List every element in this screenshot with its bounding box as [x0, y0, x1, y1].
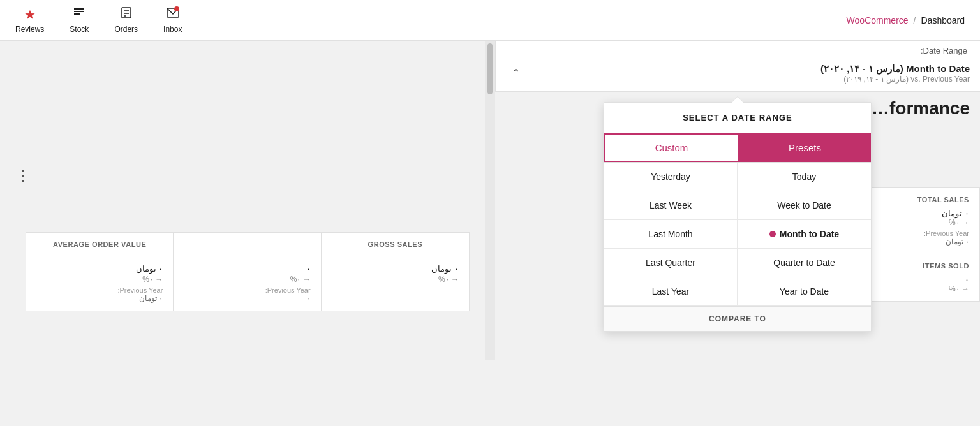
active-dot: [769, 231, 776, 237]
stats-header-avg: AVERAGE ORDER VALUE: [26, 233, 174, 256]
items-sold-label: ITEMS SOLD: [882, 262, 969, 270]
svg-rect-2: [74, 13, 80, 15]
top-nav: ★ Reviews Stock Order: [0, 0, 980, 41]
scrollbar[interactable]: [485, 41, 495, 360]
date-range-panel: Date Range: ⌃ Month to Date (مارس ۱ - ۱۴…: [495, 41, 980, 92]
nav-item-inbox[interactable]: Inbox: [163, 6, 182, 34]
preset-yesterday[interactable]: Yesterday: [604, 163, 738, 191]
stats-cell-gross: ۰ تومان → %۰: [322, 256, 469, 311]
scrollbar-thumb: [487, 43, 493, 94]
preset-last-month[interactable]: Last Month: [604, 220, 738, 249]
main-area: ⋮ AVERAGE ORDER VALUE GROSS SALES ۰ توما…: [0, 41, 980, 426]
stats-avg-prev-value: ۰ تومان: [36, 294, 163, 303]
total-sales-prev-label: Previous Year:: [882, 230, 969, 237]
stats-cell-avg: ۰ تومان → %۰ Previous Year: ۰ تومان: [26, 256, 174, 311]
preset-month-to-date[interactable]: Month to Date: [738, 220, 871, 249]
nav-label-stock: Stock: [70, 25, 89, 34]
compare-to-header: COMPARE TO: [604, 306, 871, 331]
preset-today[interactable]: Today: [738, 163, 871, 191]
breadcrumb: WooCommerce / Dashboard: [847, 15, 965, 26]
stats-table: AVERAGE ORDER VALUE GROSS SALES ۰ تومان …: [26, 232, 470, 311]
stats-mid-prev-label: Previous Year:: [184, 286, 310, 294]
presets-toggle-button[interactable]: Presets: [739, 133, 871, 162]
preset-year-to-date[interactable]: Year to Date: [738, 277, 871, 306]
date-range-dropdown: SELECT A DATE RANGE Custom Presets Yeste…: [604, 102, 872, 332]
svg-rect-1: [74, 11, 84, 12]
nav-items: ★ Reviews Stock Order: [15, 6, 182, 34]
stats-avg-percent: → %۰: [36, 275, 163, 284]
right-stats-total-sales: TOTAL SALES ۰ تومان → %۰ Previous Year: …: [872, 188, 979, 254]
stats-header-empty: [174, 233, 321, 256]
nav-label-reviews: Reviews: [15, 25, 44, 34]
nav-label-orders: Orders: [114, 25, 138, 34]
preset-week-to-date[interactable]: Week to Date: [738, 191, 871, 220]
stock-icon: [73, 6, 85, 22]
toggle-row: Custom Presets: [604, 133, 871, 163]
date-range-label: Date Range:: [496, 41, 980, 58]
right-stats-items-sold: ITEMS SOLD ۰ → %۰: [872, 254, 979, 302]
svg-rect-0: [74, 8, 84, 10]
stats-gross-value: ۰ تومان: [332, 264, 459, 274]
breadcrumb-link[interactable]: WooCommerce: [847, 15, 909, 26]
stats-data-row: ۰ تومان → %۰ Previous Year: ۰ تومان ۰ → …: [26, 256, 469, 311]
more-options-button[interactable]: ⋮: [15, 168, 31, 184]
items-sold-value: ۰: [882, 275, 969, 284]
date-range-sub: vs. Previous Year (مارس ۱ - ۱۴, ۲۰۱۹): [526, 75, 970, 84]
nav-item-orders[interactable]: Orders: [114, 6, 138, 34]
chevron-up-button[interactable]: ⌃: [506, 64, 526, 83]
preset-last-quarter[interactable]: Last Quarter: [604, 249, 738, 277]
nav-item-stock[interactable]: Stock: [70, 6, 89, 34]
svg-point-8: [174, 6, 179, 11]
date-range-main: Month to Date (مارس ۱ - ۱۴, ۲۰۲۰): [526, 63, 970, 75]
stats-gross-percent: → %۰: [332, 275, 459, 284]
total-sales-label: TOTAL SALES: [882, 196, 969, 203]
nav-item-reviews[interactable]: ★ Reviews: [15, 7, 44, 34]
date-range-text: Month to Date (مارس ۱ - ۱۴, ۲۰۲۰) vs. Pr…: [526, 63, 970, 84]
date-range-value: ⌃ Month to Date (مارس ۱ - ۱۴, ۲۰۲۰) vs. …: [496, 58, 980, 91]
stats-mid-value: ۰: [184, 264, 310, 274]
orders-icon: [120, 6, 133, 22]
dropdown-header: SELECT A DATE RANGE: [604, 103, 871, 133]
preset-last-year[interactable]: Last Year: [604, 277, 738, 306]
stats-header-row: AVERAGE ORDER VALUE GROSS SALES: [26, 233, 469, 256]
performance-heading: …formance: [872, 98, 970, 119]
right-stats-panel: TOTAL SALES ۰ تومان → %۰ Previous Year: …: [872, 187, 980, 302]
total-sales-prev-val: ۰ تومان: [882, 237, 969, 246]
stats-mid-prev-value: ۰: [184, 294, 310, 303]
breadcrumb-current: Dashboard: [921, 15, 965, 26]
stats-avg-prev-label: Previous Year:: [36, 286, 163, 294]
preset-quarter-to-date[interactable]: Quarter to Date: [738, 249, 871, 277]
custom-toggle-button[interactable]: Custom: [604, 133, 739, 162]
preset-last-week[interactable]: Last Week: [604, 191, 738, 220]
stats-mid-percent: → %۰: [184, 275, 310, 284]
nav-label-inbox: Inbox: [163, 25, 182, 34]
stats-cell-mid: ۰ → %۰ Previous Year: ۰: [174, 256, 321, 311]
stats-header-gross: GROSS SALES: [322, 233, 469, 256]
total-sales-value: ۰ تومان: [882, 209, 969, 218]
items-sold-percent: → %۰: [882, 284, 969, 293]
star-icon: ★: [24, 7, 36, 22]
breadcrumb-separator: /: [914, 15, 916, 26]
total-sales-percent: → %۰: [882, 218, 969, 227]
preset-month-to-date-label: Month to Date: [780, 229, 839, 239]
inbox-icon: [166, 6, 180, 22]
presets-grid: Yesterday Today Last Week Week to Date L…: [604, 163, 871, 306]
stats-avg-value: ۰ تومان: [36, 264, 163, 274]
